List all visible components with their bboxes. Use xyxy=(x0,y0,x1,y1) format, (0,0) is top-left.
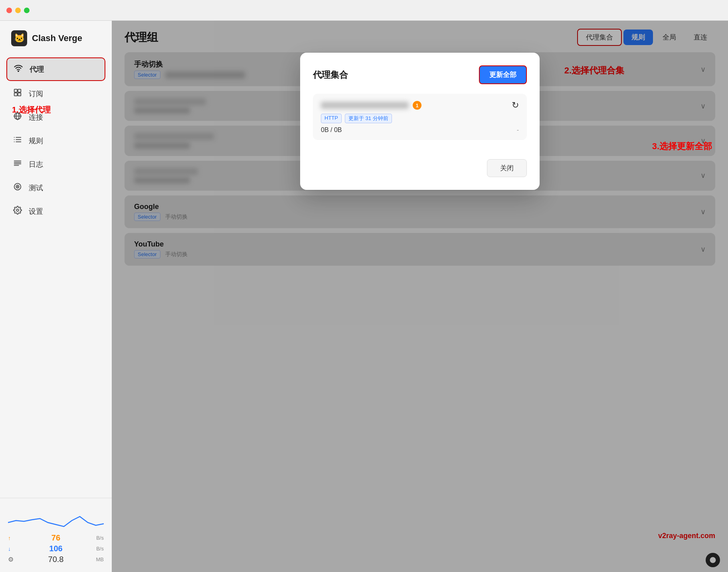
sub-tags: HTTP 更新于 31 分钟前 xyxy=(321,114,519,123)
maximize-button[interactable] xyxy=(24,8,30,13)
sidebar-subscriptions-label: 订阅 xyxy=(29,89,43,99)
memory-icon: ⚙ xyxy=(8,556,39,563)
upload-value: 76 xyxy=(40,533,71,542)
annotation-step1: 1.选择代理 xyxy=(12,105,51,115)
titlebar xyxy=(0,0,728,21)
sub-name-blurred xyxy=(321,102,409,109)
subscription-card: 1 ↻ HTTP 更新于 31 分钟前 0B / 0B - xyxy=(313,94,527,140)
sidebar-item-settings[interactable]: 设置 xyxy=(6,200,105,222)
main-content: 代理组 代理集合 规则 全局 直连 2.选择代理合集 手动切换 Selector xyxy=(112,21,728,572)
sub-card-name-row: 1 xyxy=(321,101,421,110)
annotation-step3: 3.选择更新全部 xyxy=(652,140,712,152)
sidebar-logo: 🐱 Clash Verge xyxy=(0,21,112,54)
tag-update-time: 更新于 31 分钟前 xyxy=(345,114,392,123)
sidebar-rules-label: 规则 xyxy=(29,136,43,146)
upload-unit: B/s xyxy=(73,535,104,541)
app-icon: 🐱 xyxy=(11,30,27,46)
traffic-graph xyxy=(8,505,104,529)
sub-usage-right: - xyxy=(517,126,519,134)
sidebar-bottom: ↑ 76 B/s ↓ 106 B/s ⚙ 70.8 MB xyxy=(0,498,112,572)
app-container: 🐱 Clash Verge 代理 xyxy=(0,21,728,572)
sidebar-settings-label: 设置 xyxy=(29,207,43,216)
svg-rect-3 xyxy=(14,93,17,96)
gear-icon xyxy=(13,206,22,217)
sub-usage-row: 0B / 0B - xyxy=(321,126,519,134)
modal-footer: 关闭 xyxy=(313,153,527,177)
modal-overlay: 代理集合 更新全部 1 ↻ HTTP 更新于 31 分钟前 xyxy=(112,21,728,572)
minimize-button[interactable] xyxy=(15,8,21,13)
modal-proxy-collection: 代理集合 更新全部 1 ↻ HTTP 更新于 31 分钟前 xyxy=(300,53,540,190)
memory-value: 70.8 xyxy=(40,555,71,564)
sidebar-item-logs[interactable]: 日志 xyxy=(6,153,105,175)
sidebar-test-label: 测试 xyxy=(29,183,43,193)
svg-point-12 xyxy=(17,186,18,187)
sidebar-proxy-label: 代理 xyxy=(30,65,44,74)
modal-title: 代理集合 xyxy=(313,69,348,81)
svg-rect-4 xyxy=(18,93,21,96)
sidebar-logs-label: 日志 xyxy=(29,160,43,169)
sidebar-nav: 代理 订阅 xyxy=(0,54,112,498)
refresh-icon[interactable]: ↻ xyxy=(512,100,519,110)
tag-http: HTTP xyxy=(321,114,342,123)
download-value: 106 xyxy=(40,544,71,553)
sidebar-item-proxy[interactable]: 代理 xyxy=(6,57,105,81)
sub-usage-value: 0B / 0B xyxy=(321,126,342,134)
sub-card-header: 1 ↻ xyxy=(321,100,519,110)
download-unit: B/s xyxy=(73,546,104,552)
logs-icon xyxy=(13,159,22,170)
test-icon xyxy=(13,182,22,193)
sidebar-item-test[interactable]: 测试 xyxy=(6,177,105,199)
svg-point-13 xyxy=(16,209,19,211)
sidebar: 🐱 Clash Verge 代理 xyxy=(0,21,112,572)
close-button[interactable] xyxy=(6,8,12,13)
sidebar-item-rules[interactable]: 规则 xyxy=(6,130,105,152)
wifi-icon xyxy=(14,64,23,75)
sub-badge-number: 1 xyxy=(413,101,421,110)
sidebar-item-subscriptions[interactable]: 订阅 xyxy=(6,83,105,105)
rules-icon xyxy=(13,135,22,146)
download-arrow-icon: ↓ xyxy=(8,546,39,552)
svg-point-0 xyxy=(18,71,19,71)
update-all-button[interactable]: 更新全部 xyxy=(479,65,527,84)
app-name: Clash Verge xyxy=(32,33,82,43)
subscriptions-icon xyxy=(13,88,22,99)
modal-header: 代理集合 更新全部 xyxy=(313,65,527,84)
memory-unit: MB xyxy=(73,556,104,562)
svg-rect-2 xyxy=(18,89,21,92)
svg-rect-1 xyxy=(14,89,17,92)
traffic-stats: ↑ 76 B/s ↓ 106 B/s ⚙ 70.8 MB xyxy=(8,533,104,564)
upload-arrow-icon: ↑ xyxy=(8,535,39,541)
close-button-modal[interactable]: 关闭 xyxy=(487,159,527,177)
